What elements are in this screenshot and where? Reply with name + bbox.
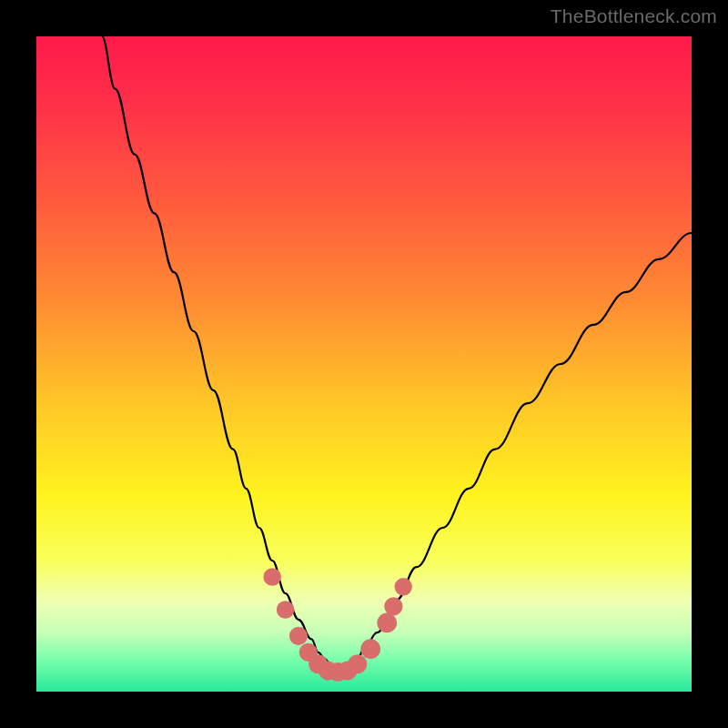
curve-marker xyxy=(384,597,402,615)
curve-marker xyxy=(360,639,380,659)
curve-marker xyxy=(289,627,308,645)
curve-marker xyxy=(348,654,367,673)
curve-layer xyxy=(36,36,692,692)
watermark-text: TheBottleneck.com xyxy=(551,5,717,27)
plot-area xyxy=(36,36,692,692)
chart-frame: TheBottleneck.com xyxy=(0,0,728,728)
curve-marker xyxy=(263,568,281,586)
curve-marker xyxy=(377,613,397,633)
bottleneck-curve xyxy=(102,36,692,669)
curve-marker xyxy=(394,578,412,596)
curve-marker xyxy=(277,601,295,619)
marker-group xyxy=(263,568,412,682)
